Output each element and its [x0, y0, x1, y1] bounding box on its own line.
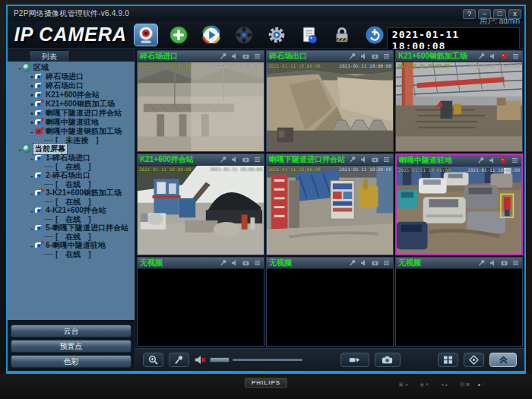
main-area: 列表 -区域 •碎石场进口 •碎石场出口 •K21+600拌合站 •K21+60… — [8, 49, 524, 371]
menu-icon[interactable] — [511, 259, 520, 267]
preview-button[interactable] — [134, 24, 158, 46]
color-panel-button[interactable]: 色彩 — [11, 355, 131, 368]
record-icon[interactable] — [242, 259, 250, 267]
video-feed-empty — [138, 269, 264, 346]
settings-button[interactable] — [264, 24, 289, 46]
talk-icon[interactable] — [219, 259, 227, 267]
volume-control — [195, 355, 302, 365]
osd-menu-icon[interactable]: ◉▾ — [420, 382, 430, 388]
audio-icon[interactable] — [488, 157, 496, 164]
talk-icon[interactable] — [219, 52, 227, 60]
talk-icon[interactable] — [348, 259, 356, 267]
record-manage-button[interactable] — [232, 24, 256, 46]
osd-timestamp-left: 2021-01-11 18:00:08 — [268, 63, 321, 68]
osd-power-icon[interactable]: ○ — [482, 382, 486, 388]
record-icon[interactable] — [500, 259, 508, 267]
layout-grid-button[interactable] — [438, 353, 458, 367]
lock-button[interactable] — [330, 24, 354, 46]
video-feed: 2021-01-11 18:00:08 2021-01-11 18:00:08 — [267, 166, 393, 255]
audio-icon[interactable] — [359, 52, 368, 60]
audio-icon[interactable] — [230, 259, 239, 267]
video-cell-9-empty[interactable]: 无视频 — [395, 257, 523, 347]
video-cell-6-selected[interactable]: 喇嘎中隧道驻地 — [395, 154, 523, 255]
video-cell-1[interactable]: 碎石场进口 — [137, 50, 264, 152]
scene-quarry-entrance — [138, 62, 264, 151]
osd-input-icon[interactable]: ▣◂ — [398, 382, 409, 388]
menu-icon[interactable] — [511, 157, 519, 164]
stream-button[interactable] — [340, 353, 369, 367]
record-icon[interactable] — [242, 156, 250, 163]
osd-auto-icon[interactable]: ▤◙ — [460, 382, 471, 388]
video-cell-7-empty[interactable]: 无视频 — [137, 257, 264, 347]
audio-icon[interactable] — [359, 259, 368, 267]
video-cell-3[interactable]: K21+600钢筋加工场 — [395, 50, 523, 152]
record-icon[interactable] — [371, 156, 379, 163]
pan-tilt-button[interactable] — [464, 353, 484, 367]
osd-volume-icon[interactable]: ◂▴ — [441, 382, 449, 388]
snapshot-button[interactable] — [375, 353, 401, 367]
video-cell-5[interactable]: 喇嘎下隧道进口拌合站 — [266, 154, 394, 255]
cell-header: 无视频 — [138, 258, 264, 269]
audio-icon[interactable] — [489, 52, 497, 60]
talk-icon[interactable] — [477, 52, 486, 60]
sidebar: 列表 -区域 •碎石场进口 •碎石场出口 •K21+600拌合站 •K21+60… — [8, 49, 135, 371]
menu-icon[interactable] — [382, 156, 391, 163]
talk-icon[interactable] — [477, 157, 485, 164]
talk-icon[interactable] — [477, 259, 486, 267]
menu-icon[interactable] — [253, 52, 261, 60]
add-device-button[interactable] — [166, 24, 191, 46]
device-tree: -区域 •碎石场进口 •碎石场出口 •K21+600拌合站 •K21+600钢筋… — [8, 62, 135, 320]
talk-button[interactable] — [169, 353, 189, 367]
recording-active-icon[interactable] — [499, 157, 508, 164]
video-feed: 2021-01-11 18:00:08 2021-01-11 18:00:08 — [396, 62, 522, 151]
audio-icon[interactable] — [489, 259, 497, 267]
osd-timestamp: 2021-01-11 18:00:08 — [210, 63, 262, 68]
no-video-label: 无视频 — [398, 258, 477, 268]
lock-icon — [332, 25, 352, 45]
menu-icon[interactable] — [382, 259, 391, 267]
volume-slider-track[interactable] — [233, 359, 302, 361]
sidebar-tabbar: 列表 — [8, 49, 135, 62]
osd-timestamp: 2021-01-11 18:00:08 — [339, 166, 391, 172]
power-button[interactable] — [363, 24, 387, 46]
video-cell-2[interactable]: 碎石场出口 — [266, 50, 394, 152]
digital-zoom-button[interactable] — [143, 353, 163, 367]
talk-icon[interactable] — [348, 156, 356, 163]
monitor-bezel: P2P网络摄像机管理软件-v6.4.9.0 ? – □ x IP CAMERA — [0, 0, 532, 399]
menu-icon[interactable] — [253, 156, 261, 163]
mute-speaker-icon[interactable] — [195, 355, 207, 365]
camera-icon — [35, 74, 43, 80]
audio-icon[interactable] — [230, 52, 239, 60]
camera-name-label: 碎石场出口 — [269, 51, 348, 62]
record-icon[interactable] — [371, 52, 379, 60]
menu-icon[interactable] — [253, 259, 261, 267]
audio-icon[interactable] — [359, 156, 368, 163]
volume-slider-fill[interactable] — [210, 357, 230, 363]
camera-name-label: K21+600钢筋加工场 — [398, 51, 477, 62]
cell-header: 碎石场进口 — [138, 51, 264, 62]
add-device-icon — [169, 25, 188, 45]
menu-icon[interactable] — [382, 52, 391, 60]
cell-header: 无视频 — [267, 258, 393, 269]
audio-icon[interactable] — [230, 156, 239, 163]
cell-header: K21+600拌合站 — [138, 154, 264, 166]
recording-active-icon[interactable] — [500, 52, 508, 60]
ptz-panel-button[interactable]: 云台 — [11, 325, 131, 337]
osd-buttons[interactable]: ▣◂ ◉▾ ◂▴ ▤◙ ○ — [398, 382, 486, 388]
collapse-button[interactable] — [489, 353, 517, 367]
talk-icon[interactable] — [219, 156, 227, 163]
camera-name-label: 喇嘎中隧道驻地 — [399, 155, 477, 166]
toolbar-buttons — [134, 24, 387, 46]
record-icon[interactable] — [371, 259, 379, 267]
talk-icon[interactable] — [348, 52, 356, 60]
video-cell-8-empty[interactable]: 无视频 — [266, 257, 394, 347]
log-button[interactable] — [297, 24, 321, 46]
record-icon[interactable] — [242, 52, 250, 60]
preset-panel-button[interactable]: 预置点 — [11, 340, 131, 353]
video-cell-4[interactable]: K21+600拌合站 — [137, 154, 264, 255]
globe-icon — [23, 64, 30, 71]
pan-tilt-icon — [468, 355, 480, 365]
camera-icon-recording — [35, 242, 43, 249]
menu-icon[interactable] — [511, 52, 520, 60]
playback-button[interactable] — [199, 24, 223, 46]
